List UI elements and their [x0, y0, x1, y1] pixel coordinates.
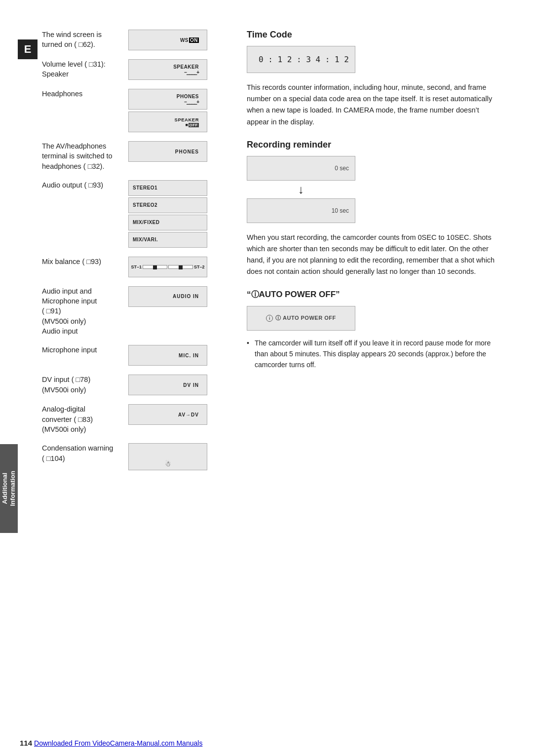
auto-power-display: i ⓘ AUTO POWER OFF: [247, 306, 355, 331]
analog-digital-display: AV→DV: [128, 404, 227, 425]
audio-output-label: Audio output ( □93): [42, 180, 128, 190]
stereo1-box: STEREO1: [128, 180, 207, 196]
auto-power-text: ⓘ AUTO POWER OFF: [275, 314, 336, 322]
auto-power-inner: i ⓘ AUTO POWER OFF: [266, 314, 336, 322]
row-headphones: Headphones PHONES −⎯⎯⎯⎯+ SPEAKER ■OFF: [42, 89, 227, 132]
time-code-title: Time Code: [247, 30, 498, 40]
rec-arrow-icon: ↓: [298, 183, 304, 196]
audio-output-display: STEREO1 STEREO2 MIX/FIXED MIX/VARI.: [128, 180, 227, 248]
volume-speaker-label: Volume level ( □31):Speaker: [42, 59, 128, 79]
phones-box: PHONES −⎯⎯⎯⎯+: [128, 89, 207, 110]
row-condensation: Condensation warning( □104) ☃: [42, 443, 227, 470]
footer-link[interactable]: Downloaded From VideoCamera-Manual.com M…: [34, 739, 202, 747]
row-wind-screen: The wind screen is turned on ( □62). WSO…: [42, 30, 227, 50]
mix-bar-st1: [143, 265, 167, 269]
mic-input-display: MIC. IN: [128, 345, 227, 366]
mix-vari-box: MIX/VARI.: [128, 232, 207, 248]
audio-mic-input-display: AUDIO IN: [128, 286, 227, 307]
mix-balance-label: Mix balance ( □93): [42, 257, 128, 266]
row-av-headphones: The AV/headphones terminal is switched t…: [42, 141, 227, 171]
e-badge: E: [18, 39, 38, 59]
row-audio-mic-input: Audio input andMicrophone input( □91)(MV…: [42, 286, 227, 336]
power-icon: i: [266, 315, 273, 322]
footer-page-number: 114: [20, 739, 32, 747]
ws-on-box: WSON: [128, 30, 207, 50]
mix-fixed-box: MIX/FIXED: [128, 215, 207, 230]
mic-input-label: Microphone input: [42, 345, 128, 355]
audio-mic-input-label: Audio input andMicrophone input( □91)(MV…: [42, 286, 128, 336]
main-content: The wind screen is turned on ( □62). WSO…: [20, 30, 513, 479]
mix-balance-box: ST–1 ST–2: [128, 257, 207, 277]
row-mix-balance: Mix balance ( □93) ST–1 ST–2: [42, 257, 227, 277]
footer: 114 Downloaded From VideoCamera-Manual.c…: [20, 739, 518, 747]
dv-input-label: DV input ( □78)(MV500i only): [42, 375, 128, 395]
recording-reminder-section: Recording reminder 0 sec ↓ 10 sec When y…: [247, 140, 498, 278]
rec-reminder-area: 0 sec ↓ 10 sec: [247, 156, 355, 223]
volume-speaker-display: SPEAKER −⎯⎯⎯⎯+: [128, 59, 227, 80]
row-mic-input: Microphone input MIC. IN: [42, 345, 227, 366]
analog-digital-label: Analog-digitalconverter ( □83)(MV500i on…: [42, 404, 128, 434]
dv-input-display: DV IN: [128, 375, 227, 395]
left-column: The wind screen is turned on ( □62). WSO…: [20, 30, 237, 479]
mic-in-box: MIC. IN: [128, 345, 207, 366]
row-volume-speaker: Volume level ( □31):Speaker SPEAKER −⎯⎯⎯…: [42, 59, 227, 80]
headphones-label: Headphones: [42, 89, 128, 99]
page-container: E Additional Information The wind screen…: [0, 0, 533, 756]
auto-power-title: “ⓘAUTO POWER OFF”: [247, 290, 498, 300]
av-headphones-label: The AV/headphones terminal is switched t…: [42, 141, 128, 171]
phones-only-box: PHONES: [128, 141, 207, 162]
recording-reminder-description: When you start recording, the camcorder …: [247, 232, 498, 278]
side-label: Additional Information: [0, 444, 18, 533]
time-code-section: Time Code 0 : 1 2 : 3 4 : 1 2 This recor…: [247, 30, 498, 128]
dv-in-box: DV IN: [128, 375, 207, 395]
condensation-label: Condensation warning( □104): [42, 443, 128, 463]
mix-bar-st2: [168, 265, 193, 269]
timecode-value: 0 : 1 2 : 3 4 : 1 2: [259, 55, 349, 64]
rec-display-bottom: 10 sec: [247, 198, 355, 223]
condensation-box: ☃: [128, 443, 207, 470]
rec-display-top: 0 sec: [247, 156, 355, 181]
timecode-display: 0 : 1 2 : 3 4 : 1 2: [247, 46, 355, 73]
speaker-off-box: SPEAKER ■OFF: [128, 112, 207, 132]
wind-screen-display: WSON: [128, 30, 227, 50]
row-audio-output: Audio output ( □93) STEREO1 STEREO2 MIX/…: [42, 180, 227, 248]
audio-in-box: AUDIO IN: [128, 286, 207, 307]
av-dv-box: AV→DV: [128, 404, 207, 425]
time-code-description: This records counter information, includ…: [247, 82, 498, 128]
headphones-display: PHONES −⎯⎯⎯⎯+ SPEAKER ■OFF: [128, 89, 227, 132]
condensation-icon: ☃: [165, 460, 171, 468]
auto-power-off-section: “ⓘAUTO POWER OFF” i ⓘ AUTO POWER OFF The…: [247, 290, 498, 371]
right-column: Time Code 0 : 1 2 : 3 4 : 1 2 This recor…: [237, 30, 513, 479]
av-headphones-display: PHONES: [128, 141, 227, 162]
speaker-box: SPEAKER −⎯⎯⎯⎯+: [128, 59, 207, 80]
stereo2-box: STEREO2: [128, 197, 207, 213]
recording-reminder-title: Recording reminder: [247, 140, 498, 150]
mix-balance-display: ST–1 ST–2: [128, 257, 227, 277]
wind-screen-label: The wind screen is turned on ( □62).: [42, 30, 128, 50]
row-dv-input: DV input ( □78)(MV500i only) DV IN: [42, 375, 227, 395]
row-analog-digital: Analog-digitalconverter ( □83)(MV500i on…: [42, 404, 227, 434]
side-label-text: Additional Information: [1, 471, 16, 506]
auto-power-bullet: The camcorder will turn itself off if yo…: [247, 338, 498, 371]
condensation-display: ☃: [128, 443, 227, 470]
